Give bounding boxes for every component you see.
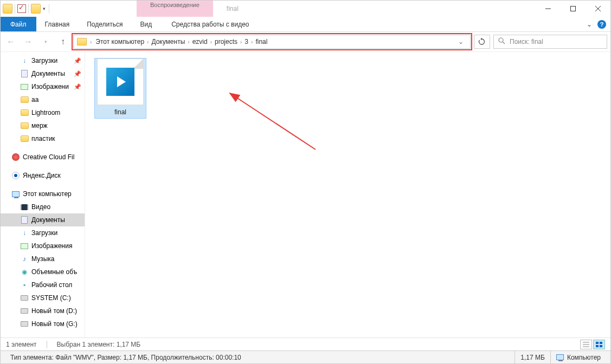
file-item[interactable]: final xyxy=(95,58,146,118)
svg-point-4 xyxy=(499,38,503,42)
drive-icon xyxy=(20,320,29,328)
recent-dropdown-icon[interactable]: ▾ xyxy=(38,35,53,49)
cc-icon xyxy=(11,153,20,161)
file-name: final xyxy=(95,107,146,118)
breadcrumb-segment[interactable]: ezvid xyxy=(190,38,210,46)
tree-node-label: Этот компьютер xyxy=(23,190,72,198)
breadcrumb-segment[interactable]: Этот компьютер xyxy=(93,38,147,46)
tree-node-label: Документы xyxy=(31,216,65,224)
properties-icon[interactable] xyxy=(17,4,26,13)
svg-rect-11 xyxy=(600,342,602,344)
quick-access-toolbar: ▾ xyxy=(1,1,53,17)
tree-node-label: Яндекс.Диск xyxy=(23,172,61,179)
tree-node[interactable]: ♪Музыка xyxy=(1,252,85,265)
tab-file[interactable]: Файл xyxy=(1,17,36,31)
tree-node-label: Объемные объ xyxy=(31,268,77,276)
ribbon-expand-icon[interactable]: ⌄ xyxy=(587,21,592,28)
address-bar[interactable]: › Этот компьютер›Документы›ezvid›project… xyxy=(73,35,471,49)
thumbnails-view-icon xyxy=(596,342,602,347)
tree-node-label: Документы xyxy=(31,70,65,77)
tree-node[interactable]: мерж xyxy=(1,119,85,132)
refresh-button[interactable] xyxy=(474,35,490,49)
tree-node[interactable]: Документы📌 xyxy=(1,67,85,80)
up-button[interactable]: ↑ xyxy=(56,35,70,49)
doc-icon xyxy=(20,69,29,78)
details-view-button[interactable] xyxy=(580,340,592,349)
tree-node[interactable]: Видео xyxy=(1,200,85,213)
yd-icon xyxy=(11,171,20,180)
tree-node-label: Загрузки xyxy=(31,57,57,64)
video-icon xyxy=(20,203,29,211)
svg-rect-12 xyxy=(596,345,599,347)
qat-dropdown-icon[interactable]: ▾ xyxy=(42,6,47,11)
help-icon[interactable]: ? xyxy=(597,20,606,29)
tree-node-label: Lightroom xyxy=(31,109,60,116)
tree-node[interactable]: ▪Рабочий стол xyxy=(1,278,85,291)
tree-node[interactable]: Новый том (D:) xyxy=(1,304,85,317)
tree-node-label: SYSTEM (C:) xyxy=(31,294,71,302)
tree-node[interactable]: SYSTEM (C:) xyxy=(1,291,85,304)
tree-node-label: Изображения xyxy=(31,242,72,250)
address-dropdown-icon[interactable]: ⌄ xyxy=(455,38,467,46)
tree-node[interactable]: Изображения xyxy=(1,239,85,252)
tab-view[interactable]: Вид xyxy=(131,17,160,31)
breadcrumb-segment[interactable]: Документы xyxy=(149,38,188,46)
tree-node[interactable]: ↓Загрузки xyxy=(1,226,85,239)
tree-node[interactable]: Документы xyxy=(1,213,85,226)
tab-video-tools[interactable]: Средства работы с видео xyxy=(163,17,258,31)
folder-icon xyxy=(20,108,29,117)
chevron-right-icon[interactable]: › xyxy=(90,39,92,45)
tree-node[interactable]: Яндекс.Диск xyxy=(1,169,85,182)
drive-icon xyxy=(20,294,29,302)
back-button[interactable]: ← xyxy=(4,35,18,49)
tab-home[interactable]: Главная xyxy=(36,17,79,31)
breadcrumb-segment[interactable]: 3 xyxy=(242,38,251,46)
search-box[interactable]: Поиск: final xyxy=(493,35,607,49)
tab-share[interactable]: Поделиться xyxy=(78,17,131,31)
tree-node-label: Новый том (G:) xyxy=(31,320,78,328)
folder-icon[interactable] xyxy=(3,4,12,14)
tree-node[interactable]: Lightroom xyxy=(1,106,85,119)
location-label: Компьютер xyxy=(567,354,601,361)
img-icon xyxy=(20,242,29,250)
tree-node[interactable]: Этот компьютер xyxy=(1,187,85,200)
forward-button[interactable]: → xyxy=(21,35,35,49)
tree-node-label: Изображени xyxy=(31,83,69,90)
contextual-tab-label: Воспроизведение xyxy=(150,2,200,8)
new-folder-icon[interactable] xyxy=(31,4,41,14)
navigation-tree[interactable]: ↓Загрузки📌Документы📌Изображени📌aaLightro… xyxy=(1,52,85,337)
close-icon xyxy=(595,6,601,11)
close-button[interactable] xyxy=(586,1,610,17)
3d-icon: ◉ xyxy=(20,268,29,276)
tree-node-label: Creative Cloud Fil xyxy=(23,153,74,161)
file-location: Компьютер xyxy=(550,351,606,363)
computer-icon xyxy=(556,354,564,360)
video-icon xyxy=(106,68,134,96)
search-icon xyxy=(498,37,505,46)
file-list[interactable]: final xyxy=(85,52,610,337)
minimize-button[interactable] xyxy=(536,1,561,17)
tree-node[interactable]: Изображени📌 xyxy=(1,80,85,93)
dl-icon: ↓ xyxy=(20,229,29,237)
tree-node[interactable]: ⧉Сеть xyxy=(1,336,85,337)
music-icon: ♪ xyxy=(20,255,29,263)
address-bar-row: ← → ▾ ↑ › Этот компьютер›Документы›ezvid… xyxy=(1,32,610,51)
dl-icon: ↓ xyxy=(20,56,29,65)
tree-node[interactable]: aa xyxy=(1,93,85,106)
tree-node[interactable]: ◉Объемные объ xyxy=(1,265,85,278)
maximize-button[interactable] xyxy=(561,1,586,17)
thumbnails-view-button[interactable] xyxy=(593,340,605,349)
details-bar: Тип элемента: Файл "WMV", Размер: 1,17 М… xyxy=(1,350,610,363)
details-view-icon xyxy=(583,342,589,347)
tree-node[interactable]: Creative Cloud Fil xyxy=(1,151,85,164)
tree-node[interactable]: пластик xyxy=(1,132,85,145)
doc-icon xyxy=(20,216,29,224)
title-bar: ▾ Воспроизведение final xyxy=(1,1,610,17)
tree-node[interactable]: ↓Загрузки📌 xyxy=(1,54,85,67)
breadcrumb-segment[interactable]: projects xyxy=(212,38,240,46)
breadcrumb-segment[interactable]: final xyxy=(253,38,270,46)
tree-node[interactable]: Новый том (G:) xyxy=(1,317,85,330)
pin-icon: 📌 xyxy=(74,57,81,64)
desk-icon: ▪ xyxy=(20,281,29,289)
maximize-icon xyxy=(570,6,576,11)
